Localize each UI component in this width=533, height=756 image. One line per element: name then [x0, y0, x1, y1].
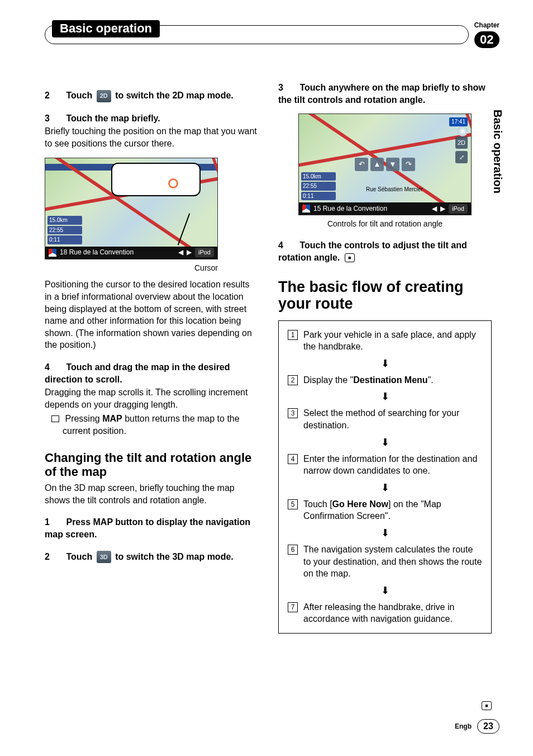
map-info-panel: 15.0km 22:55 0:11	[47, 216, 82, 244]
step-text-pre: Touch	[66, 91, 94, 100]
rotate-right-icon: ↷	[402, 158, 415, 171]
body-text: Positioning the cursor to the desired lo…	[45, 278, 258, 351]
down-arrow-icon: ⬇	[288, 358, 482, 368]
flow-text-pre: Touch [	[303, 499, 332, 509]
flow-text: Select the method of searching for your …	[303, 407, 482, 431]
map-callout	[111, 163, 201, 196]
flow-text-bold: Destination Menu	[353, 375, 427, 385]
media-prev-icon: ◀	[178, 248, 183, 257]
right-column: 3 Touch anywhere on the map briefly to s…	[278, 82, 492, 634]
page-footer: Engb 23	[455, 719, 499, 734]
down-arrow-icon: ⬇	[288, 528, 482, 538]
map-info-panel: 15.0km 22:55 0:11	[301, 172, 336, 201]
flag-icon	[49, 249, 56, 257]
step-number: 2	[45, 551, 56, 563]
tilt-up-icon: ▲	[370, 158, 384, 171]
flow-text-pre: Display the "	[303, 375, 353, 385]
end-mark-icon: ■	[482, 701, 492, 710]
map-eta: 22:55	[47, 226, 82, 235]
flow-text: The navigation system calculates the rou…	[303, 544, 482, 580]
step-heading: Touch the controls to adjust the tilt an…	[278, 240, 467, 262]
step-number: 4	[45, 361, 56, 374]
flow-step: 7 After releasing the handbrake, drive i…	[288, 601, 482, 625]
note-text-bold: MAP	[102, 414, 122, 423]
tilt-down-icon: ▼	[386, 158, 399, 171]
step-number: 2	[45, 89, 56, 102]
flow-step: 4 Enter the information for the destinat…	[288, 453, 482, 477]
down-arrow-icon: ⬇	[288, 483, 482, 493]
flow-step: 2 Display the "Destination Menu".	[288, 374, 482, 386]
flow-text-bold: Go Here Now	[332, 499, 388, 509]
step-text-pre: Touch	[66, 552, 94, 561]
map-address: 18 Rue de la Convention	[60, 248, 134, 257]
note-text-pre: Pressing	[65, 414, 102, 423]
down-arrow-icon: ⬇	[288, 437, 482, 447]
map-clock: 17:41	[449, 117, 468, 126]
flow-text: Touch [Go Here Now] on the "Map Confirma…	[303, 498, 482, 522]
map-bottom-bar: 15 Rue de la Convention ◀ ▶ iPod	[299, 202, 471, 215]
map-distance: 15.0km	[47, 216, 82, 225]
ipod-button: iPod	[449, 204, 468, 214]
cursor-icon	[168, 178, 178, 188]
page-number: 23	[477, 719, 499, 734]
map-caption: Controls for tilt and rotation angle	[298, 219, 472, 229]
side-tab: Basic operation	[491, 110, 504, 193]
step-text: Touch 3D to switch the 3D map mode.	[66, 552, 233, 561]
3d-mode-icon: 3D	[97, 551, 111, 563]
map-zoom-icon: ⤢	[455, 151, 468, 163]
flow-number: 7	[288, 602, 298, 612]
map-screenshot-cursor: 15.0km 22:55 0:11 18 Rue de la Conventio…	[45, 158, 218, 259]
map-street-label: Rue Sébastien Mercier	[366, 186, 423, 193]
flow-number: 5	[288, 499, 298, 509]
body-text: Briefly touching the position on the map…	[45, 125, 258, 149]
section-title-frame: Basic operation	[45, 25, 469, 44]
map-eta: 22:55	[301, 182, 336, 191]
language-code: Engb	[455, 722, 472, 730]
map-2d-button-icon: 2D	[455, 136, 468, 149]
map-duration: 0:11	[301, 192, 336, 201]
left-column: 2 Touch 2D to switch the 2D map mode. 3 …	[45, 82, 258, 634]
flow-step: 3 Select the method of searching for you…	[288, 407, 482, 431]
step-heading: Touch the map briefly.	[66, 114, 160, 123]
rotate-left-icon: ↶	[355, 158, 368, 171]
flow-text: Park your vehicle in a safe place, and a…	[303, 329, 482, 353]
chapter-label: Chapter	[474, 21, 499, 29]
media-next-icon: ▶	[440, 204, 445, 213]
flow-text-post: ".	[428, 375, 434, 385]
map-address: 15 Rue de la Convention	[313, 204, 387, 213]
step-number: 3	[278, 82, 289, 94]
map-bottom-bar: 18 Rue de la Convention ◀ ▶ iPod	[45, 247, 217, 259]
map-distance: 15.0km	[301, 172, 336, 181]
ipod-button: iPod	[195, 248, 214, 257]
section-title: Basic operation	[52, 20, 160, 37]
body-text: Dragging the map scrolls it. The scrolli…	[45, 386, 258, 410]
media-prev-icon: ◀	[432, 204, 437, 213]
step-number: 1	[45, 516, 56, 528]
page-header: Basic operation Chapter 02	[45, 21, 499, 48]
flow-text: Enter the information for the destinatio…	[303, 453, 482, 477]
map-duration: 0:11	[47, 235, 82, 244]
down-arrow-icon: ⬇	[288, 391, 482, 401]
section-heading: Changing the tilt and rotation angle of …	[45, 451, 258, 479]
flow-step: 5 Touch [Go Here Now] on the "Map Confir…	[288, 498, 482, 522]
2d-mode-icon: 2D	[97, 90, 111, 102]
flow-number: 4	[288, 454, 298, 464]
flow-number: 1	[288, 330, 298, 340]
flow-number: 3	[288, 408, 298, 418]
step-text-post: to switch the 2D map mode.	[115, 91, 234, 100]
map-side-buttons: 2D ⤢	[455, 136, 468, 163]
body-text: On the 3D map screen, briefly touching t…	[45, 482, 258, 506]
down-arrow-icon: ⬇	[288, 585, 482, 596]
end-mark-icon: ■	[345, 253, 355, 262]
section-heading: The basic flow of creating your route	[278, 279, 492, 312]
flow-number: 6	[288, 545, 298, 555]
step-heading: Touch and drag the map in the desired di…	[45, 362, 230, 384]
step-number: 4	[278, 239, 289, 252]
step-text-post: to switch the 3D map mode.	[115, 552, 234, 561]
flow-step: 6 The navigation system calculates the r…	[288, 544, 482, 580]
flow-text: After releasing the handbrake, drive in …	[303, 601, 482, 625]
tilt-controls: ↶ ▲ ▼ ↷	[355, 158, 415, 171]
step-number: 3	[45, 112, 56, 125]
map-screenshot-tilt: 17:41 2D ⤢ ↶ ▲ ▼ ↷ Rue Sébastien Mercier…	[298, 114, 472, 215]
flag-icon	[302, 205, 310, 212]
